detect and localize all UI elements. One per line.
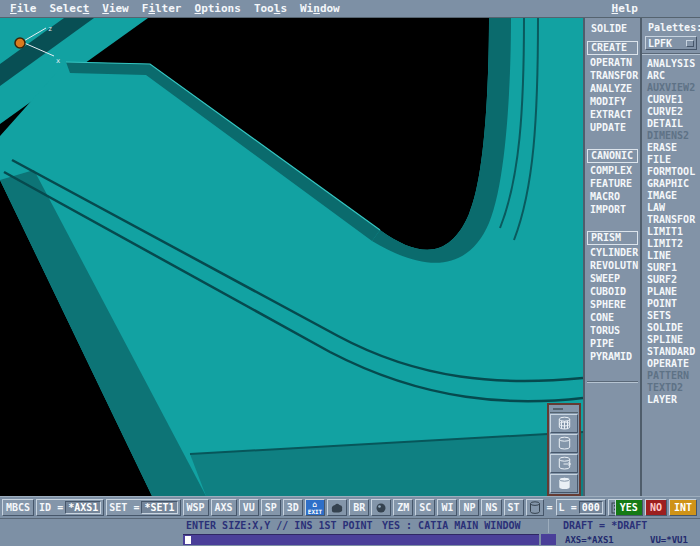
axs-button[interactable]: AXS xyxy=(211,499,237,516)
solide-item-create[interactable]: CREATE xyxy=(587,41,638,55)
trash-button[interactable] xyxy=(526,499,544,516)
palette-item-plane[interactable]: PLANE xyxy=(642,286,700,298)
toolbar-groups: MBCSID =*AXS1SET =*SET1WSPAXSVUSP3D⌂EXIT… xyxy=(2,499,613,516)
exit-button[interactable]: ⌂EXIT xyxy=(305,499,325,516)
zm-button[interactable]: ZM xyxy=(393,499,413,516)
mini-toolbar-title-bar[interactable] xyxy=(550,406,578,413)
solide-item-update[interactable]: UPDATE xyxy=(585,121,640,134)
palette-item-formtool[interactable]: FORMTOOL xyxy=(642,166,700,178)
solide-item-sweep[interactable]: SWEEP xyxy=(585,272,640,285)
solide-item-sphere[interactable]: SPHERE xyxy=(585,298,640,311)
solide-item-pyramid[interactable]: PYRAMID xyxy=(585,350,640,363)
palette-item-layer[interactable]: LAYER xyxy=(642,394,700,406)
l--group: L =000 xyxy=(556,499,606,516)
palette-item-limit2[interactable]: LIMIT2 xyxy=(642,238,700,250)
solide-panel: SOLIDE CREATEOPERATNTRANSFORANALYZEMODIF… xyxy=(583,18,640,496)
palette-item-point[interactable]: POINT xyxy=(642,298,700,310)
solide-item-feature[interactable]: FEATURE xyxy=(585,177,640,190)
render-mode-button[interactable] xyxy=(371,499,391,516)
outline-cylinder-button[interactable] xyxy=(550,434,578,453)
wsp-button[interactable]: WSP xyxy=(183,499,209,516)
mbcs-button[interactable]: MBCS xyxy=(2,499,34,516)
solide-item-cuboid[interactable]: CUBOID xyxy=(585,285,640,298)
yes-button[interactable]: YES xyxy=(615,499,643,516)
solid-cylinder-icon xyxy=(557,476,572,491)
st-button[interactable]: ST xyxy=(504,499,524,516)
palette-item-graphic[interactable]: GRAPHIC xyxy=(642,178,700,190)
menu-options[interactable]: Options xyxy=(195,2,241,15)
sc-button[interactable]: SC xyxy=(415,499,435,516)
solide-item-transfor[interactable]: TRANSFOR xyxy=(585,69,640,82)
vu-button[interactable]: VU xyxy=(239,499,259,516)
render-mode-icon xyxy=(374,502,388,514)
-set1-field[interactable]: *SET1 xyxy=(141,501,177,514)
palette-item-transfor[interactable]: TRANSFOR xyxy=(642,214,700,226)
command-input[interactable] xyxy=(183,534,539,545)
shaded-view-button[interactable] xyxy=(327,499,347,516)
solide-item-complex[interactable]: COMPLEX xyxy=(585,164,640,177)
menu-window[interactable]: Window xyxy=(300,2,340,15)
ns-button[interactable]: NS xyxy=(481,499,501,516)
solide-item-modify[interactable]: MODIFY xyxy=(585,95,640,108)
solide-item-torus[interactable]: TORUS xyxy=(585,324,640,337)
solide-item-extract[interactable]: EXTRACT xyxy=(585,108,640,121)
palette-item-surf2[interactable]: SURF2 xyxy=(642,274,700,286)
no-button[interactable]: NO xyxy=(645,499,667,516)
solide-item-operatn[interactable]: OPERATN xyxy=(585,56,640,69)
-axs1-field[interactable]: *AXS1 xyxy=(65,501,101,514)
solide-item-canonic[interactable]: CANONIC xyxy=(587,149,638,163)
sp-button[interactable]: SP xyxy=(261,499,281,516)
palette-dropdown[interactable]: LPFK xyxy=(645,36,697,50)
toolbar-equals-label: = xyxy=(546,502,554,513)
mini-toolbar-buttons xyxy=(550,414,578,493)
palette-item-image[interactable]: IMAGE xyxy=(642,190,700,202)
palette-item-curve2[interactable]: CURVE2 xyxy=(642,106,700,118)
solide-item-import[interactable]: IMPORT xyxy=(585,203,640,216)
axis-indicator-icon: z x xyxy=(6,22,70,66)
dropdown-indicator-icon xyxy=(686,40,694,47)
np-button[interactable]: NP xyxy=(459,499,479,516)
menu-help[interactable]: Help xyxy=(612,2,639,15)
solide-item-cylinder[interactable]: CYLINDER xyxy=(585,246,640,259)
palette-item-line[interactable]: LINE xyxy=(642,250,700,262)
palette-item-curve1[interactable]: CURVE1 xyxy=(642,94,700,106)
status-bar: ENTER SIZE:X,Y // INS 1ST POINT YES : CA… xyxy=(0,518,700,533)
solide-item-prism[interactable]: PRISM xyxy=(587,231,638,245)
id--label: ID = xyxy=(39,502,63,513)
solide-panel-title: SOLIDE xyxy=(585,21,640,35)
000-field[interactable]: 000 xyxy=(579,501,603,514)
menu-filter[interactable]: Filter xyxy=(142,2,182,15)
palette-item-sets[interactable]: SETS xyxy=(642,310,700,322)
palette-item-standard[interactable]: STANDARD xyxy=(642,346,700,358)
palette-item-erase[interactable]: ERASE xyxy=(642,142,700,154)
palette-item-law[interactable]: LAW xyxy=(642,202,700,214)
palette-item-solide[interactable]: SOLIDE xyxy=(642,322,700,334)
solid-cylinder-button[interactable] xyxy=(550,474,578,493)
palette-item-detail[interactable]: DETAIL xyxy=(642,118,700,130)
current-axis-label: AXS=*AXS1 xyxy=(565,535,614,545)
menu-select[interactable]: Select xyxy=(50,2,90,15)
menu-file[interactable]: File xyxy=(10,2,37,15)
solide-item-analyze[interactable]: ANALYZE xyxy=(585,82,640,95)
menu-tools[interactable]: Tools xyxy=(254,2,287,15)
palette-item-spline[interactable]: SPLINE xyxy=(642,334,700,346)
solide-item-pipe[interactable]: PIPE xyxy=(585,337,640,350)
wi-button[interactable]: WI xyxy=(437,499,457,516)
palette-item-operate[interactable]: OPERATE xyxy=(642,358,700,370)
palette-item-analysis[interactable]: ANALYSIS xyxy=(642,58,700,70)
palette-item-arc[interactable]: ARC xyxy=(642,70,700,82)
palette-item-limit1[interactable]: LIMIT1 xyxy=(642,226,700,238)
translate-cylinder-button[interactable] xyxy=(550,454,578,473)
solide-item-cone[interactable]: CONE xyxy=(585,311,640,324)
menu-view[interactable]: View xyxy=(102,2,129,15)
br-button[interactable]: BR xyxy=(349,499,369,516)
exit-label: EXIT xyxy=(308,509,322,515)
solide-item-macro[interactable]: MACRO xyxy=(585,190,640,203)
3d-button[interactable]: 3D xyxy=(283,499,303,516)
palette-item-surf1[interactable]: SURF1 xyxy=(642,262,700,274)
int-button[interactable]: INT xyxy=(669,499,697,516)
solide-item-revolutn[interactable]: REVOLUTN xyxy=(585,259,640,272)
viewport[interactable]: z x xyxy=(0,18,583,496)
wireframe-cylinder-button[interactable] xyxy=(550,414,578,433)
palette-item-file[interactable]: FILE xyxy=(642,154,700,166)
